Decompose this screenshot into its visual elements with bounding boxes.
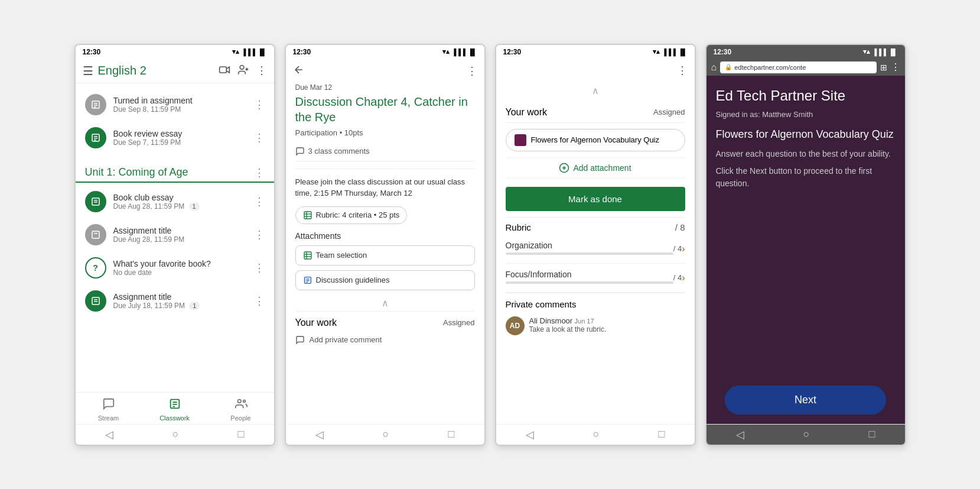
rubric-bar-1 [506,252,673,255]
screen4-content: Ed Tech Partner Site Signed in as: Matth… [706,76,905,376]
list-item[interactable]: Book review essay Due Sep 7, 11:59 PM ⋮ [76,121,274,154]
people-label: People [230,414,250,422]
your-work-status-3: Assigned [653,108,685,116]
assignment-subtitle: Participation • 10pts [295,128,475,137]
wifi-icon: ▾▴ [232,48,239,56]
recents-button-3[interactable]: □ [659,428,665,441]
section-menu-icon[interactable]: ⋮ [254,166,265,179]
home-button-2[interactable]: ○ [383,428,389,441]
rubric-item-focus[interactable]: Focus/Information / 4 › [506,264,685,293]
back-button-3[interactable]: ◁ [526,428,534,441]
more-vert-icon-3[interactable]: ⋮ [677,64,688,77]
wifi-icon-3: ▾▴ [653,48,660,56]
back-icon-2[interactable] [293,64,305,79]
list-item[interactable]: Assignment title Due July 18, 11:59 PM 1… [76,284,274,318]
class-comments[interactable]: 3 class comments [295,142,475,161]
more-vert-icon-4[interactable]: ⋮ [891,61,900,73]
status-bar-3: 12:30 ▾▴ ▐▐▐ ▐▌ [496,45,695,59]
battery-icon-3: ▐▌ [678,48,688,56]
toolbar-3: ⋮ [496,59,695,82]
rubric-chip[interactable]: Rubric: 4 criteria • 25 pts [295,206,408,224]
signal-icon-3: ▐▐▐ [662,48,676,56]
stream-label: Stream [98,414,119,422]
svg-rect-0 [219,67,226,73]
top-scroll-indicator: ∧ [496,82,695,100]
home-button-4[interactable]: ○ [803,428,810,441]
item-menu-6[interactable]: ⋮ [254,294,265,307]
nav-classwork[interactable]: Classwork [142,397,208,422]
private-comments-label: Private comments [506,293,685,313]
more-vert-icon-2[interactable]: ⋮ [467,64,477,77]
svg-rect-26 [304,212,311,219]
url-bar[interactable]: 🔒 edtechpartner.com/conte [720,61,876,73]
more-vert-icon-1[interactable]: ⋮ [256,64,267,78]
screen2-content: Due Mar 12 Discussion Chapter 4, Catcher… [286,83,484,424]
scroll-up-indicator: ∧ [295,295,475,311]
nav-stream[interactable]: Stream [76,397,142,422]
assignment-icon-3 [85,191,106,212]
system-nav-bar-4: ◁ ○ □ [706,424,905,445]
system-nav-bar-1: ◁ ○ □ [76,424,274,445]
assignment-description: Please join the class discussion at our … [295,176,475,199]
phone-screen-1: 12:30 ▾▴ ▐▐▐ ▐▌ ☰ English 2 ⋮ [74,44,275,446]
rubric-item-organization[interactable]: Organization / 4 › [506,235,685,264]
attachment-1[interactable]: Team selection [295,245,475,265]
add-comment-field[interactable]: Add private comment [295,332,475,348]
time-1: 12:30 [83,48,101,56]
your-work-title-2: Your work [295,318,337,328]
item-menu-2[interactable]: ⋮ [254,131,265,144]
item-menu-3[interactable]: ⋮ [254,195,265,208]
mark-done-button[interactable]: Mark as done [506,187,685,211]
assignment-icon-1 [85,94,106,115]
your-work-title-3: Your work [506,107,548,118]
system-nav-bar-3: ◁ ○ □ [496,424,695,445]
next-btn-container: Next [706,376,905,424]
next-button[interactable]: Next [725,386,887,414]
recents-button-2[interactable]: □ [448,428,455,441]
attachment-2[interactable]: Discussion guidelines [295,270,475,290]
menu-icon[interactable]: ☰ [83,64,93,78]
chevron-right-icon-1: › [682,244,685,254]
your-work-header-3: Your work Assigned [506,100,685,123]
back-button-4[interactable]: ◁ [736,428,744,441]
home-button-3[interactable]: ○ [593,428,600,441]
phone-screen-2: 12:30 ▾▴ ▐▐▐ ▐▌ ⋮ Due Mar 12 Discussion … [285,44,486,446]
recents-button-1[interactable]: □ [238,428,245,441]
status-bar-1: 12:30 ▾▴ ▐▐▐ ▐▌ [76,45,274,59]
list-item[interactable]: Assignment title Due Aug 28, 11:59 PM ⋮ [76,218,274,251]
item-menu-4[interactable]: ⋮ [254,228,265,241]
assignment-text-1: Turned in assignment Due Sep 8, 11:59 PM [113,96,247,114]
tabs-icon[interactable]: ⊞ [880,63,887,72]
people-icon [235,397,248,413]
assignment-icon-4 [85,224,106,245]
svg-point-25 [243,400,245,402]
screen1-content: Turned in assignment Due Sep 8, 11:59 PM… [76,83,274,392]
person-add-icon[interactable] [237,64,249,78]
system-nav-bar-2: ◁ ○ □ [286,424,484,445]
app-toolbar-1: ☰ English 2 ⋮ [76,59,274,83]
lock-icon: 🔒 [725,64,732,70]
item-menu-1[interactable]: ⋮ [254,98,265,111]
rubric-bar-2 [506,281,673,284]
quiz-chip[interactable]: Flowers for Algernon Vocabulary Quiz [506,129,685,151]
quiz-title-4: Flowers for Algernon Vocabulary Quiz [716,128,896,141]
back-button-2[interactable]: ◁ [315,428,324,441]
rubric-total: / 8 [675,222,685,232]
back-button-1[interactable]: ◁ [105,428,113,441]
quiz-color-block [515,134,526,146]
comment-item: AD Ali Dinsmoor Jun 17 Take a look at th… [506,313,685,339]
add-attachment-btn[interactable]: Add attachment [506,157,685,179]
recents-button-4[interactable]: □ [869,428,875,441]
signal-icon: ▐▐▐ [242,48,255,56]
assignment-text-5: What's your favorite book? No due date [113,259,247,277]
home-icon-4[interactable]: ⌂ [711,62,717,73]
bottom-navigation-1: Stream Classwork People [76,392,274,424]
list-item[interactable]: Turned in assignment Due Sep 8, 11:59 PM… [76,88,274,121]
video-icon[interactable] [219,64,230,78]
nav-people[interactable]: People [208,397,274,422]
list-item[interactable]: Book club essay Due Aug 28, 11:59 PM 1 ⋮ [76,185,274,218]
screen3-content: Your work Assigned Flowers for Algernon … [496,100,695,424]
home-button-1[interactable]: ○ [172,428,179,441]
item-menu-5[interactable]: ⋮ [254,261,265,274]
list-item[interactable]: ? What's your favorite book? No due date… [76,251,274,284]
